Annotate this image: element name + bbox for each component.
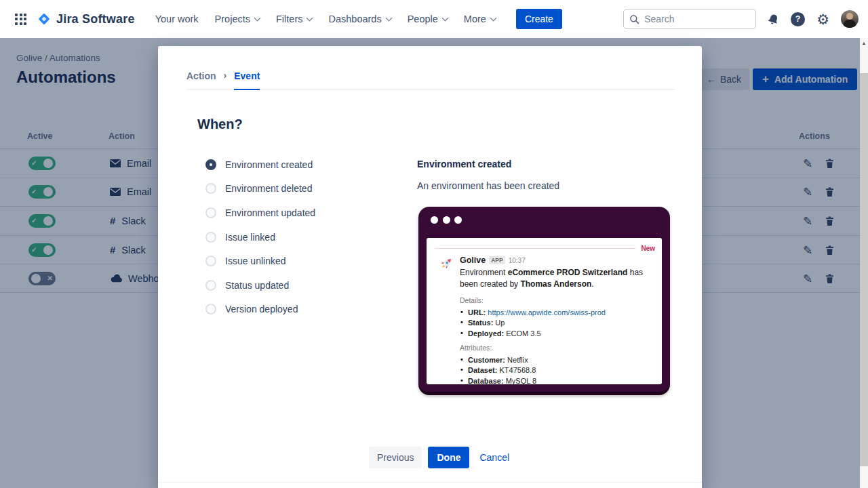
app-switcher-icon[interactable] [15,14,26,25]
user-avatar[interactable] [841,10,859,28]
radio-icon[interactable] [205,207,216,218]
modal-footer: Previous Done Cancel [369,447,513,468]
radio-icon[interactable] [205,183,216,194]
scrollbar-thumb[interactable] [860,73,868,466]
notifications-bell-icon[interactable] [768,14,779,25]
slack-message-text: Environment eCommerce PROD Switzerland h… [460,267,654,290]
settings-gear-icon[interactable]: ⚙ [816,12,829,26]
previous-button[interactable]: Previous [369,447,422,468]
slack-timestamp: 10:37 [509,257,526,264]
nav-right: ? ⚙ [623,9,859,29]
event-modal: Action › Event When? Environment created… [158,46,702,488]
new-label: New [641,245,655,252]
step-action[interactable]: Action [186,70,216,89]
chevron-right-icon: › [224,70,227,81]
nav-item-filters[interactable]: Filters [276,14,312,24]
option-environment-created[interactable]: Environment created [205,152,315,177]
option-issue-unlinked[interactable]: Issue unlinked [205,249,315,273]
details-label: Details: [460,296,654,304]
environment-url-link[interactable]: https://www.apwide.com/swiss-prod [488,308,606,317]
nav-item-your-work[interactable]: Your work [155,14,199,24]
help-icon[interactable]: ? [791,12,805,26]
nav-item-dashboards[interactable]: Dashboards [328,14,391,24]
top-nav: Jira Software Your work Projects Filters… [0,0,868,38]
screen: Jira Software Your work Projects Filters… [0,0,868,488]
attribute-item: Customer Netflix [460,356,654,364]
radio-selected-icon[interactable] [205,159,216,170]
slack-message-card: New Go [427,238,662,384]
option-version-deployed[interactable]: Version deployed [205,298,315,322]
cancel-button[interactable]: Cancel [475,452,513,463]
done-button[interactable]: Done [428,447,469,468]
nav-item-projects[interactable]: Projects [215,14,260,24]
search-icon [629,14,639,24]
radio-icon[interactable] [205,232,216,243]
window-traffic-dots [431,216,462,224]
option-issue-linked[interactable]: Issue linked [205,225,315,249]
scroll-up-icon[interactable]: ▲ [860,38,868,47]
step-event-active[interactable]: Event [234,70,260,90]
scrollbar[interactable]: ▲ [860,38,868,488]
event-detail-description: An environment has been created [417,180,675,191]
attributes-label: Attributes: [460,344,654,352]
slack-message: Golive APP 10:37 Environment eCommerce P… [437,256,654,384]
attributes-list: Customer Netflix Dataset KT47568.8 Datab… [460,356,654,384]
attribute-item: Database MySQL 8 [460,377,654,384]
nav-item-more[interactable]: More [464,14,496,24]
jira-diamond-icon [37,12,52,26]
slack-app-badge: APP [489,256,505,264]
details-list: URL https://www.apwide.com/swiss-prod St… [460,308,654,338]
slack-app-name: Golive [460,256,486,265]
detail-item: URL https://www.apwide.com/swiss-prod [460,308,654,317]
rocket-icon [437,256,454,272]
create-button[interactable]: Create [516,9,562,29]
option-environment-deleted[interactable]: Environment deleted [205,177,315,201]
event-options: Environment created Environment deleted … [205,152,315,321]
option-environment-updated[interactable]: Environment updated [205,201,315,225]
detail-item: Status Up [460,319,654,327]
new-messages-divider: New [435,245,655,252]
slack-preview-window: New Go [418,207,670,395]
modal-footer-divider [158,482,702,483]
nav-item-people[interactable]: People [408,14,448,24]
detail-item: Deployed ECOM 3.5 [460,329,654,338]
radio-icon[interactable] [205,304,216,314]
modal-heading: When? [197,117,243,132]
event-detail-title: Environment created [417,159,675,169]
radio-icon[interactable] [205,280,216,291]
option-status-updated[interactable]: Status updated [205,273,315,298]
attribute-item: Dataset KT47568.8 [460,366,654,374]
jira-logo[interactable]: Jira Software [37,12,135,26]
search-box[interactable] [623,9,756,29]
modal-steps: Action › Event [186,70,675,90]
event-detail: Environment created An environment has b… [417,159,675,191]
radio-icon[interactable] [205,256,216,266]
search-input[interactable] [644,14,750,24]
logo-text: Jira Software [56,12,135,26]
